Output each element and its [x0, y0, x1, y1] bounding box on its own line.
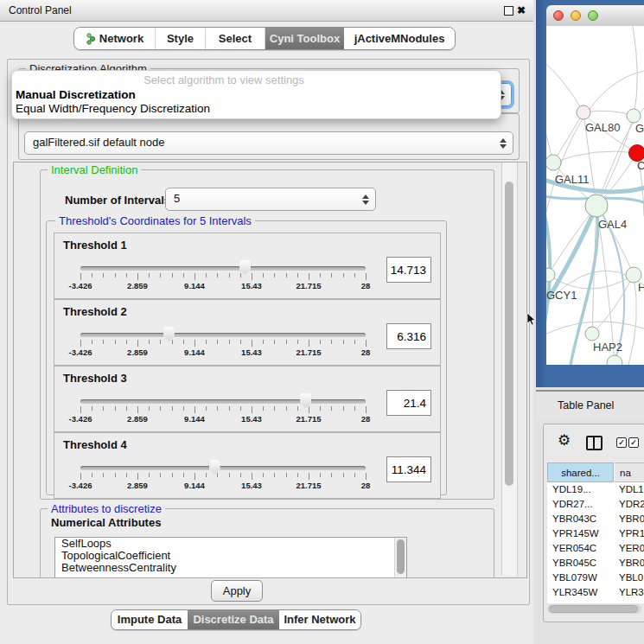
- network-node[interactable]: [607, 355, 622, 365]
- close-traffic-light-icon[interactable]: [553, 10, 564, 21]
- edge[interactable]: [546, 104, 553, 163]
- numerical-attributes-list[interactable]: SelfLoopsTopologicalCoefficientBetweenne…: [54, 537, 407, 578]
- tick-label: 2.859: [127, 481, 148, 490]
- major-tick: [194, 406, 195, 413]
- column-header-shared-name[interactable]: shared...: [547, 462, 614, 482]
- slider-track[interactable]: [80, 466, 366, 470]
- table-row[interactable]: YBR043CYBR0: [547, 512, 644, 526]
- tab-infer-network[interactable]: Infer Network: [279, 610, 360, 629]
- column-header-name[interactable]: na: [615, 462, 644, 482]
- network-node[interactable]: [577, 105, 590, 119]
- table-row[interactable]: YPR145WYPR1: [547, 526, 644, 541]
- edge[interactable]: [583, 111, 634, 116]
- slider-thumb[interactable]: [239, 260, 251, 275]
- slider-track[interactable]: [80, 266, 366, 271]
- node-table: shared... na YDL19...YDL1YDR27...YDR2YBR…: [547, 462, 644, 603]
- tab-network[interactable]: Network: [74, 28, 156, 49]
- network-canvas[interactable]: GAL80GACGAL11GAL4GCY1HHAP2: [546, 26, 644, 365]
- checkbox-icon[interactable]: ✓: [628, 437, 639, 448]
- cell-name: YLR3: [619, 585, 644, 600]
- minor-tick: [263, 406, 264, 411]
- popup-item-manual-discretization[interactable]: Manual Discretization: [16, 88, 136, 101]
- network-window-titlebar[interactable]: [546, 5, 644, 27]
- edge[interactable]: [546, 61, 583, 112]
- table-row[interactable]: YER054CYER0: [547, 541, 644, 556]
- columns-icon[interactable]: [586, 436, 603, 450]
- edge[interactable]: [548, 206, 596, 275]
- minor-tick: [183, 340, 184, 344]
- attribute-list-item[interactable]: SelfLoops: [55, 538, 406, 550]
- network-node[interactable]: [585, 194, 608, 217]
- network-node[interactable]: [627, 109, 641, 123]
- table-row[interactable]: YDR27...YDR2: [547, 497, 644, 512]
- number-of-intervals-label: Number of Intervals: [65, 189, 170, 211]
- minor-tick: [229, 473, 230, 477]
- zoom-traffic-light-icon[interactable]: [588, 10, 598, 21]
- edge[interactable]: [592, 275, 634, 334]
- checkbox-icon[interactable]: ✓: [616, 437, 627, 448]
- network-node[interactable]: [585, 327, 599, 341]
- network-node[interactable]: [546, 268, 555, 282]
- tick-label: 9.144: [184, 281, 205, 290]
- slider-thumb[interactable]: [209, 460, 220, 475]
- network-node[interactable]: [546, 155, 561, 170]
- threshold-value-field[interactable]: 21.4: [386, 390, 431, 416]
- minor-tick: [172, 406, 173, 411]
- panel-scrollbar-thumb[interactable]: [505, 182, 513, 486]
- number-of-intervals-combobox[interactable]: 5: [165, 188, 376, 211]
- cell-shared-name: YBL079W: [552, 571, 597, 585]
- tab-cyni-toolbox[interactable]: Cyni Toolbox: [265, 28, 344, 49]
- minor-tick: [297, 406, 298, 411]
- panel-scrollbar[interactable]: [501, 163, 518, 576]
- slider-thumb[interactable]: [300, 393, 311, 408]
- table-row[interactable]: YLR345WYLR3: [547, 585, 644, 600]
- table-row[interactable]: YBR045CYBR0: [547, 556, 644, 571]
- apply-button[interactable]: Apply: [211, 580, 263, 602]
- minor-tick: [183, 473, 184, 477]
- tab-label: Style: [167, 28, 194, 49]
- list-scrollbar[interactable]: [394, 538, 406, 578]
- threshold-value-field[interactable]: 14.713: [386, 257, 431, 283]
- combo-stepper-icon[interactable]: [500, 137, 507, 150]
- major-tick: [309, 406, 309, 413]
- minor-tick: [160, 473, 161, 477]
- slider-track[interactable]: [80, 333, 366, 337]
- table-horizontal-scrollbar[interactable]: [547, 604, 641, 614]
- minor-tick: [172, 340, 173, 344]
- tab-select[interactable]: Select: [206, 28, 265, 49]
- slider-thumb[interactable]: [163, 327, 175, 341]
- major-tick: [309, 340, 309, 347]
- tab-style[interactable]: Style: [156, 28, 206, 49]
- tick-label: 9.144: [184, 414, 205, 424]
- table-data-value: galFiltered.sif default node: [33, 132, 164, 152]
- edge[interactable]: [553, 151, 637, 163]
- edge[interactable]: [633, 26, 637, 116]
- minor-tick: [331, 273, 332, 277]
- table-row[interactable]: YBL079WYBL0: [547, 571, 644, 585]
- tab-jactivemnodules[interactable]: jActiveMNodules: [344, 28, 455, 49]
- table-data-combobox[interactable]: galFiltered.sif default node: [24, 131, 513, 155]
- slider-track[interactable]: [80, 399, 366, 404]
- attribute-list-item[interactable]: BetweennessCentrality: [55, 562, 406, 574]
- minor-tick: [217, 273, 218, 277]
- minor-tick: [286, 473, 287, 477]
- mouse-cursor: [526, 313, 537, 327]
- list-scrollbar-thumb[interactable]: [397, 539, 405, 574]
- minor-tick: [160, 273, 161, 277]
- minimize-traffic-light-icon[interactable]: [571, 10, 581, 21]
- threshold-value-field[interactable]: 6.316: [386, 323, 431, 349]
- tick-label: -3.426: [69, 414, 92, 424]
- tab-impute-data[interactable]: Impute Data: [112, 610, 188, 629]
- table-row[interactable]: YDL19...YDL1: [547, 482, 644, 497]
- tab-discretize-data[interactable]: Discretize Data: [188, 610, 279, 629]
- close-icon[interactable]: ✖: [517, 3, 526, 17]
- combo-stepper-icon[interactable]: [362, 194, 370, 206]
- edge[interactable]: [628, 275, 636, 365]
- attribute-list-item[interactable]: TopologicalCoefficient: [55, 550, 406, 562]
- popup-item-equal-width-frequency[interactable]: Equal Width/Frequency Discretization: [16, 102, 210, 115]
- table-scrollbar-thumb[interactable]: [549, 605, 638, 613]
- threshold-value-field[interactable]: 11.344: [386, 456, 431, 482]
- gear-icon[interactable]: ⚙: [558, 433, 571, 448]
- float-window-icon[interactable]: [504, 6, 513, 16]
- table-row[interactable]: YIL052CYIL0: [547, 600, 644, 603]
